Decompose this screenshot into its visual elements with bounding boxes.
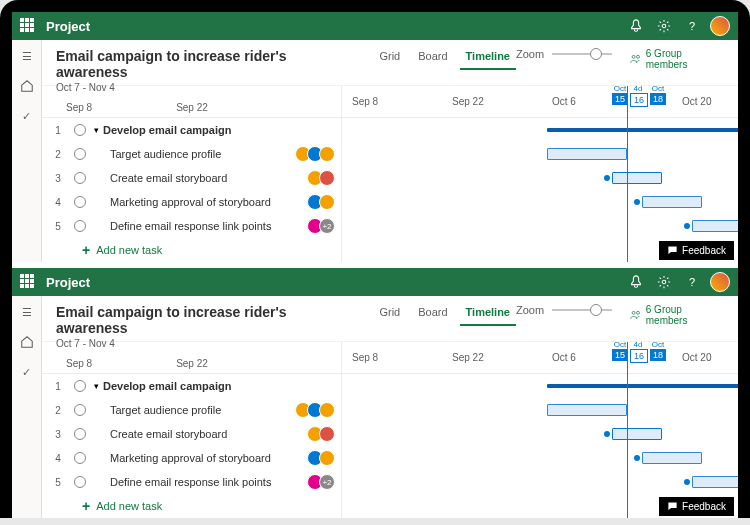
add-task-button[interactable]: + Add new task: [42, 238, 341, 262]
task-row[interactable]: 2Target audience profile: [42, 142, 341, 166]
zoom-slider[interactable]: [552, 53, 612, 55]
add-task-button[interactable]: + Add new task: [42, 494, 341, 518]
timescale-tick: Sep 22: [452, 96, 484, 107]
task-name: Create email storyboard: [110, 428, 227, 440]
home-icon[interactable]: [17, 334, 37, 350]
tab-grid[interactable]: Grid: [373, 48, 406, 70]
today-marker: [627, 342, 628, 518]
bell-icon[interactable]: [624, 270, 648, 294]
complete-toggle[interactable]: [74, 172, 86, 184]
tab-timeline[interactable]: Timeline: [460, 48, 516, 70]
app-header: Project ?: [12, 268, 738, 296]
expand-caret[interactable]: ▾: [94, 381, 99, 391]
gantt-row: [342, 470, 738, 494]
timescale-header: Sep 8Sep 22Oct 6Oct 20Nov 3Oct154d16Oct1…: [342, 86, 738, 118]
timescale-tick: Sep 22: [452, 352, 484, 363]
task-bar[interactable]: [612, 428, 662, 440]
task-bar[interactable]: [692, 476, 738, 488]
zoom-slider[interactable]: [552, 309, 612, 311]
assignee-avatar[interactable]: [319, 426, 335, 442]
zoom-control[interactable]: Zoom: [516, 48, 612, 60]
task-row[interactable]: 5Define email response link points+2: [42, 470, 341, 494]
row-number: 4: [50, 197, 66, 208]
task-row[interactable]: 5Define email response link points+2: [42, 214, 341, 238]
tab-board[interactable]: Board: [412, 48, 453, 70]
complete-toggle[interactable]: [74, 404, 86, 416]
waffle-icon[interactable]: [20, 274, 36, 290]
bell-icon[interactable]: [624, 14, 648, 38]
check-icon[interactable]: ✓: [17, 364, 37, 380]
assignees[interactable]: [299, 146, 335, 162]
user-avatar[interactable]: [710, 16, 730, 36]
group-members-link[interactable]: 6 Group members: [630, 48, 724, 70]
assignee-avatar[interactable]: [319, 450, 335, 466]
timescale-tick: Sep 8: [352, 352, 378, 363]
help-icon[interactable]: ?: [680, 14, 704, 38]
complete-toggle[interactable]: [74, 428, 86, 440]
assignees[interactable]: [311, 450, 335, 466]
assignees[interactable]: +2: [311, 474, 335, 490]
tab-grid[interactable]: Grid: [373, 304, 406, 326]
complete-toggle[interactable]: [74, 380, 86, 392]
complete-toggle[interactable]: [74, 476, 86, 488]
task-row[interactable]: 2Target audience profile: [42, 398, 341, 422]
assignees[interactable]: [311, 426, 335, 442]
project-title: Email campaign to increase rider's aware…: [56, 48, 353, 80]
group-members-link[interactable]: 6 Group members: [630, 304, 724, 326]
assignee-avatar[interactable]: [319, 402, 335, 418]
help-icon[interactable]: ?: [680, 270, 704, 294]
expand-caret[interactable]: ▾: [94, 125, 99, 135]
task-row[interactable]: 1▾Develop email campaign: [42, 374, 341, 398]
assignees[interactable]: [299, 402, 335, 418]
task-bar[interactable]: [547, 404, 627, 416]
task-row[interactable]: 4Marketing approval of storyboard: [42, 446, 341, 470]
gantt-row: [342, 446, 738, 470]
waffle-icon[interactable]: [20, 18, 36, 34]
task-header: Sep 8 Sep 22: [42, 342, 341, 374]
assignee-avatar[interactable]: [319, 194, 335, 210]
menu-icon[interactable]: ☰: [17, 48, 37, 64]
task-row[interactable]: 1▾Develop email campaign: [42, 118, 341, 142]
gear-icon[interactable]: [652, 270, 676, 294]
assignee-avatar[interactable]: [319, 146, 335, 162]
complete-toggle[interactable]: [74, 148, 86, 160]
assignee-avatar[interactable]: [319, 170, 335, 186]
task-bar[interactable]: [642, 452, 702, 464]
tab-timeline[interactable]: Timeline: [460, 304, 516, 326]
summary-bar[interactable]: [547, 128, 738, 132]
task-row[interactable]: 3Create email storyboard: [42, 166, 341, 190]
dependency-dot: [604, 175, 610, 181]
row-number: 2: [50, 405, 66, 416]
assignees[interactable]: [311, 194, 335, 210]
complete-toggle[interactable]: [74, 196, 86, 208]
menu-icon[interactable]: ☰: [17, 304, 37, 320]
task-bar[interactable]: [547, 148, 627, 160]
summary-bar[interactable]: [547, 384, 738, 388]
assignee-overflow[interactable]: +2: [319, 218, 335, 234]
check-icon[interactable]: ✓: [17, 108, 37, 124]
zoom-control[interactable]: Zoom: [516, 304, 612, 316]
row-number: 3: [50, 429, 66, 440]
assignees[interactable]: [311, 170, 335, 186]
task-bar[interactable]: [642, 196, 702, 208]
task-row[interactable]: 4Marketing approval of storyboard: [42, 190, 341, 214]
feedback-button[interactable]: Feedback: [659, 497, 734, 516]
task-bar[interactable]: [692, 220, 738, 232]
complete-toggle[interactable]: [74, 124, 86, 136]
app-header: Project ?: [12, 12, 738, 40]
assignees[interactable]: +2: [311, 218, 335, 234]
gear-icon[interactable]: [652, 14, 676, 38]
task-name: Target audience profile: [110, 404, 221, 416]
assignee-overflow[interactable]: +2: [319, 474, 335, 490]
date-badge-group: Oct154d16Oct18: [612, 86, 666, 107]
complete-toggle[interactable]: [74, 452, 86, 464]
feedback-button[interactable]: Feedback: [659, 241, 734, 260]
tab-board[interactable]: Board: [412, 304, 453, 326]
task-row[interactable]: 3Create email storyboard: [42, 422, 341, 446]
home-icon[interactable]: [17, 78, 37, 94]
task-bar[interactable]: [612, 172, 662, 184]
gantt-row: [342, 190, 738, 214]
user-avatar[interactable]: [710, 272, 730, 292]
left-rail: ☰ ✓: [12, 296, 42, 518]
complete-toggle[interactable]: [74, 220, 86, 232]
